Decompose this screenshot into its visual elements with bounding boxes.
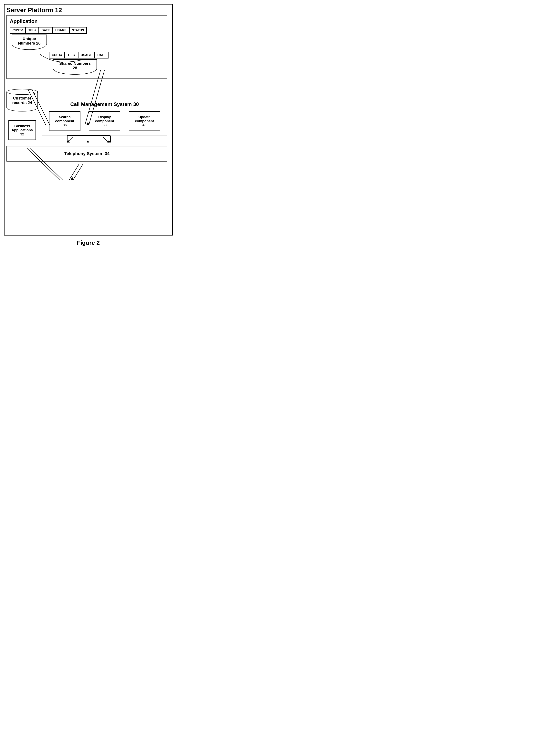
field-usage2: USAGE <box>78 52 95 58</box>
cms-components: Search component 36 Display component 38… <box>46 111 163 131</box>
table1-fields: CUST# TEL# DATE USAGE STATUS <box>10 27 164 34</box>
field-usage1: USAGE <box>52 27 69 34</box>
cylinder-body: Customer records 24 <box>7 92 38 112</box>
table2-fields: CUST# TEL# USAGE DATE <box>49 52 164 58</box>
svg-line-5 <box>69 164 79 180</box>
customer-records-label: Customer records 24 <box>7 96 38 105</box>
application-label: Application <box>10 18 164 24</box>
server-platform-label: Server Platform 12 <box>7 7 170 14</box>
cms-title: Call Management System 30 <box>46 101 163 107</box>
right-column: Call Management System 30 Search compone… <box>42 85 167 135</box>
search-component-box: Search component 36 <box>49 111 80 131</box>
application-box: Application CUST# TEL# DATE USAGE STATUS… <box>7 15 167 79</box>
unique-numbers-label: Unique Numbers 26 <box>18 37 40 45</box>
display-component-label: Display component 38 <box>95 115 114 127</box>
field-date1: DATE <box>39 27 52 34</box>
customer-records-cylinder: Customer records 24 <box>7 89 38 115</box>
shared-numbers-area: Shared Numbers 28 <box>53 59 164 75</box>
field-tel2: TEL# <box>65 52 78 58</box>
unique-numbers-area: Unique Numbers 26 <box>12 35 164 50</box>
outer-border: Server Platform 12 <box>4 4 173 235</box>
business-apps-label: Business Applications 32 <box>12 124 33 136</box>
svg-marker-11 <box>67 140 70 142</box>
telephony-label: Telephony System` 34 <box>12 151 162 156</box>
field-cust1: CUST# <box>10 27 26 34</box>
svg-marker-15 <box>107 140 111 142</box>
field-cust2: CUST# <box>49 52 65 58</box>
svg-marker-13 <box>87 140 89 142</box>
svg-marker-7 <box>71 177 74 180</box>
telephony-box: Telephony System` 34 <box>7 146 167 161</box>
field-date2: DATE <box>95 52 108 58</box>
cms-box: Call Management System 30 Search compone… <box>42 97 167 135</box>
update-component-label: Update component 40 <box>135 115 154 127</box>
left-column: Customer records 24 Business Application… <box>7 85 38 140</box>
update-component-box: Update component 40 <box>129 111 160 131</box>
field-status1: STATUS <box>69 27 87 34</box>
shared-numbers-label: Shared Numbers 28 <box>59 61 91 70</box>
figure-label: Figure 2 <box>77 239 100 246</box>
field-tel1: TEL# <box>26 27 38 34</box>
business-apps-box: Business Applications 32 <box>8 120 36 140</box>
svg-line-6 <box>73 164 83 180</box>
search-component-label: Search component 36 <box>55 115 74 127</box>
cylinder-top <box>7 89 38 95</box>
cms-row: Customer records 24 Business Application… <box>7 85 167 140</box>
display-component-box: Display component 38 <box>89 111 120 131</box>
